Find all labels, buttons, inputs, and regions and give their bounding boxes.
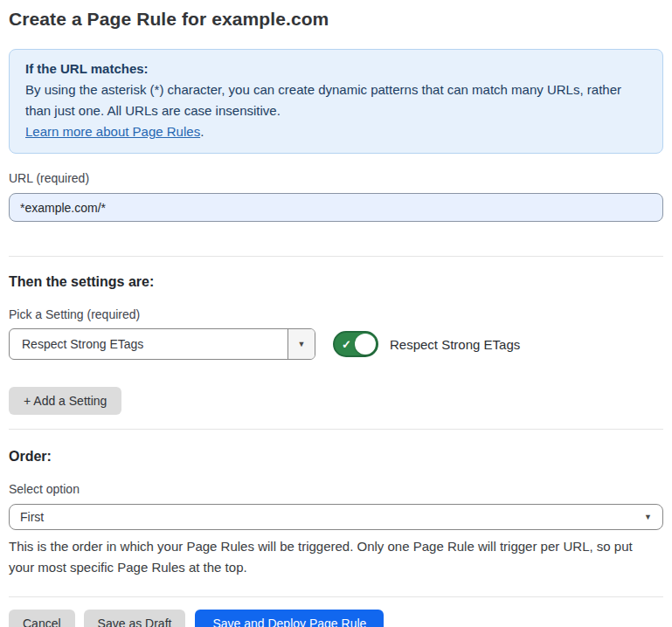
save-as-draft-button[interactable]: Save as Draft — [84, 610, 186, 627]
info-box-heading: If the URL matches: — [25, 59, 647, 79]
settings-section-heading: Then the settings are: — [9, 274, 663, 290]
dropdown-arrow-icon: ▼ — [644, 513, 652, 521]
order-select[interactable]: First ▼ — [9, 504, 663, 530]
url-field-label: URL (required) — [9, 171, 663, 185]
add-setting-button[interactable]: + Add a Setting — [9, 387, 121, 415]
save-and-deploy-button[interactable]: Save and Deploy Page Rule — [195, 610, 384, 627]
divider — [9, 596, 663, 597]
order-select-label: Select option — [9, 482, 663, 496]
respect-strong-etags-toggle[interactable]: ✓ — [333, 331, 378, 357]
setting-select[interactable]: Respect Strong ETags ▼ — [9, 328, 315, 360]
setting-row: Respect Strong ETags ▼ ✓ Respect Strong … — [9, 328, 663, 360]
create-page-rule-form: Create a Page Rule for example.com If th… — [0, 0, 672, 627]
info-box-body: By using the asterisk (*) character, you… — [25, 79, 647, 121]
toggle-label: Respect Strong ETags — [390, 337, 520, 352]
divider — [9, 256, 663, 257]
pick-setting-label: Pick a Setting (required) — [9, 307, 663, 321]
footer-button-row: Cancel Save as Draft Save and Deploy Pag… — [9, 610, 663, 627]
toggle-knob — [355, 334, 376, 355]
check-icon: ✓ — [342, 339, 351, 350]
link-period: . — [200, 124, 204, 139]
order-help-text: This is the order in which your Page Rul… — [9, 536, 651, 578]
info-box-link-line: Learn more about Page Rules. — [25, 121, 647, 142]
url-input[interactable] — [9, 193, 663, 222]
setting-select-arrow-button[interactable]: ▼ — [288, 329, 315, 359]
setting-select-value: Respect Strong ETags — [10, 329, 288, 359]
learn-more-link[interactable]: Learn more about Page Rules — [25, 124, 200, 139]
divider — [9, 429, 663, 430]
url-match-info-box: If the URL matches: By using the asteris… — [9, 49, 663, 154]
cancel-button[interactable]: Cancel — [9, 610, 75, 627]
order-select-value: First — [20, 510, 644, 524]
order-section-heading: Order: — [9, 449, 663, 465]
page-title: Create a Page Rule for example.com — [9, 9, 663, 30]
dropdown-arrow-icon: ▼ — [298, 341, 306, 348]
